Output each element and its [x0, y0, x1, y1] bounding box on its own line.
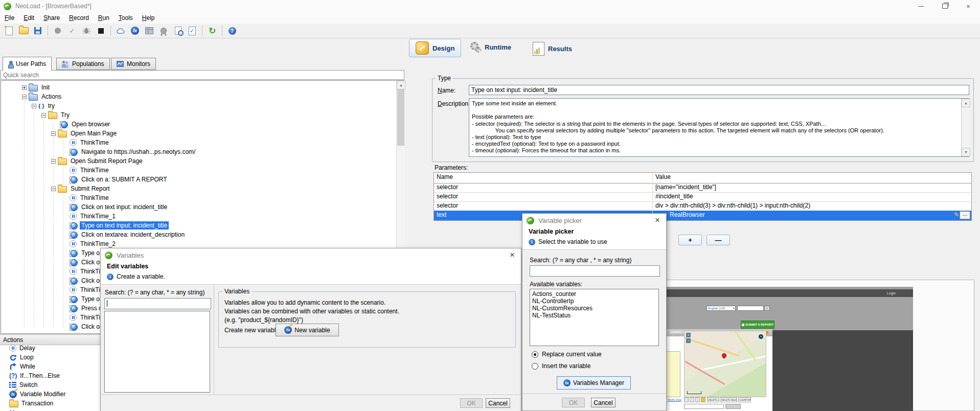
scrollbar-thumb[interactable] [397, 89, 404, 146]
tree-item[interactable]: ThinkTime_1 [70, 212, 117, 221]
tab-user-paths[interactable]: User Paths [3, 57, 52, 71]
ok-button[interactable]: OK [562, 398, 585, 407]
palette-item-while[interactable]: While [9, 362, 35, 371]
delete-selected-button[interactable]: DELETE SELECTED [720, 397, 737, 402]
tab-monitors[interactable]: Monitors [111, 58, 156, 70]
cloud-button[interactable] [115, 25, 127, 36]
cancel-button[interactable]: Cancel [486, 398, 510, 408]
remove-parameter-button[interactable]: — [706, 235, 730, 245]
tree-item[interactable]: Type o [70, 294, 101, 304]
map-zoom-out-button[interactable]: − [686, 338, 691, 343]
variable-option[interactable]: NL-CustomResources [532, 305, 656, 312]
modify-data-link[interactable]: Modify Data [668, 398, 681, 401]
tree-item[interactable]: Click on a: SUBMIT A REPORT [70, 175, 169, 184]
map-tool-icon[interactable] [690, 397, 694, 402]
collapse-icon[interactable] [51, 131, 56, 136]
tree-item[interactable]: Click on [70, 258, 105, 267]
tree-item[interactable]: ThinkTime [70, 193, 110, 202]
tree-item[interactable]: ThinkTi [70, 267, 102, 276]
close-icon[interactable] [508, 250, 517, 260]
tree-item[interactable]: Submit Report [51, 184, 111, 193]
cancel-button[interactable]: Cancel [591, 398, 616, 407]
delete-last-button[interactable]: DELETE LAST [707, 397, 719, 402]
map-tool-icon[interactable] [684, 397, 689, 402]
variables-dialog-titlebar[interactable]: Variables [101, 248, 521, 262]
minimize-button[interactable] [909, 0, 933, 12]
menu-tools[interactable]: Tools [114, 13, 138, 23]
palette-item-transaction[interactable]: Transaction [9, 399, 53, 408]
tree-item[interactable]: Navigate to https://ushah...ps.neotys.co… [70, 147, 197, 156]
tree-item-selected[interactable]: Type on text input: incident_title [70, 221, 169, 230]
find-button[interactable] [725, 404, 741, 409]
perspective-results[interactable]: Results [533, 42, 572, 56]
stop-button[interactable] [95, 25, 107, 36]
tree-item[interactable]: Actions [22, 92, 63, 101]
scroll-up-icon[interactable]: ▲ [962, 99, 970, 107]
maximize-button[interactable] [933, 0, 956, 12]
column-header-name[interactable]: Name [434, 173, 653, 183]
site-search-button[interactable]: ⌕ [764, 306, 770, 311]
validate-button[interactable]: ✓ [66, 25, 78, 36]
variable-option[interactable]: Actions_counter [532, 290, 656, 298]
table-row[interactable]: selector #incident_title [434, 192, 971, 202]
check-script-button[interactable] [186, 25, 198, 36]
tree-item[interactable]: try [32, 101, 56, 110]
submit-report-button[interactable]: SUBMIT A REPORT [741, 321, 774, 329]
clear-map-button[interactable]: CLEAR MAP [738, 397, 751, 402]
open-project-button[interactable] [17, 25, 30, 36]
palette-item-delay[interactable]: Delay [9, 344, 35, 353]
site-search-input[interactable] [737, 306, 764, 311]
description-scrollbar[interactable]: ▲ ▼ [961, 99, 970, 156]
expand-icon[interactable] [22, 85, 27, 90]
insert-variable-radio[interactable]: Insert the variable [532, 362, 590, 370]
collapse-icon[interactable] [22, 95, 27, 99]
replace-current-value-radio[interactable]: Replace current value [532, 351, 602, 358]
map-locate-button[interactable]: + [759, 334, 763, 339]
scroll-down-icon[interactable]: ▼ [962, 148, 970, 156]
tree-item[interactable]: Type o [70, 248, 101, 258]
palette-item-partial[interactable] [9, 408, 15, 411]
menu-file[interactable]: File [0, 13, 19, 23]
tree-item[interactable]: ThinkTi [70, 285, 102, 294]
location-input[interactable] [684, 404, 724, 409]
palette-item-if-then-else[interactable]: If...Then...Else [9, 371, 60, 380]
convert-project-button[interactable] [206, 25, 218, 36]
tab-populations[interactable]: Populations [56, 58, 110, 70]
tree-item[interactable]: Click on text input: incident_title [70, 202, 169, 212]
menu-record[interactable]: Record [64, 13, 94, 23]
table-row[interactable]: selector div > div:nth-child(3) > div:nt… [434, 201, 971, 211]
language-select[interactable]: English (US) [706, 306, 736, 311]
palette-item-loop[interactable]: Loop [9, 353, 34, 362]
tree-item[interactable]: Open Submit Report Page [51, 156, 144, 166]
map-marker-icon[interactable] [721, 352, 727, 359]
menu-share[interactable]: Share [39, 13, 64, 23]
tree-item[interactable]: Press o [70, 304, 104, 313]
map-zoom-in-button[interactable]: + [686, 333, 691, 337]
record-button[interactable] [52, 25, 64, 36]
column-header-value[interactable]: Value [653, 173, 971, 183]
value-browse-button[interactable]: ... [960, 211, 970, 219]
ok-button[interactable]: OK [460, 398, 483, 408]
variables-manager-button[interactable]: Variables Manager [557, 376, 631, 390]
tree-item[interactable]: ThinkTime [70, 166, 110, 175]
quick-search-input[interactable] [1, 70, 404, 80]
tree-item[interactable]: Init [22, 83, 51, 92]
tree-item[interactable]: ThinkTi [70, 313, 102, 322]
tree-item[interactable]: ThinkTime [70, 138, 110, 147]
database-button[interactable] [143, 25, 155, 36]
map-widget[interactable]: + − + [684, 331, 766, 397]
menu-help[interactable]: Help [138, 13, 159, 23]
action-name-input[interactable] [469, 85, 969, 95]
variables-button[interactable] [129, 25, 141, 36]
palette-item-variable-modifier[interactable]: Variable Modifier [9, 390, 65, 399]
tree-item[interactable]: Click on [70, 322, 105, 331]
close-button[interactable]: × [956, 0, 980, 12]
close-icon[interactable] [653, 215, 662, 225]
search-project-button[interactable] [172, 25, 184, 36]
new-variable-button[interactable]: New variable [276, 324, 339, 336]
certificate-button[interactable] [157, 25, 170, 36]
collapse-icon[interactable] [41, 113, 46, 118]
tree-item[interactable]: Try [41, 110, 71, 120]
login-link[interactable]: Login [887, 291, 896, 295]
perspective-design[interactable]: Design [409, 39, 461, 57]
